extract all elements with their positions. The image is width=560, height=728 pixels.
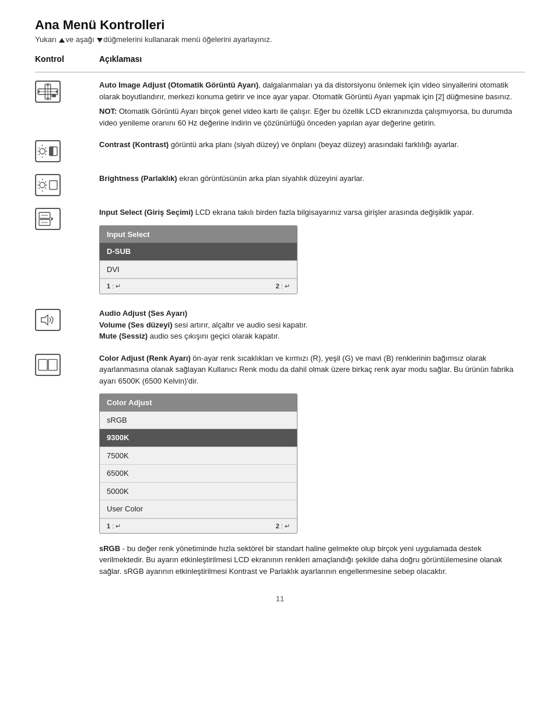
row-brightness: Brightness (Parlaklık) ekran görüntüsünü… [35, 173, 525, 196]
auto-image-svg [37, 83, 59, 100]
footer-btn-1: 1 : ↵ [107, 281, 121, 291]
auto-image-icon [35, 81, 61, 103]
row-audio-adjust: Audio Adjust (Ses Ayarı) Volume (Ses düz… [35, 308, 525, 342]
svg-rect-19 [50, 147, 54, 156]
color-adjust-menu-title: Color Adjust [100, 394, 297, 412]
down-arrow-icon [97, 38, 103, 43]
control-icon-cell-contrast [35, 139, 99, 162]
color-item-srgb: sRGB [100, 412, 297, 430]
brightness-svg [37, 176, 59, 194]
header-description: Açıklaması [99, 54, 525, 64]
svg-rect-37 [48, 359, 57, 370]
desc-color-adjust: Color Adjust (Renk Ayarı) ön-ayar renk s… [99, 353, 525, 577]
color-svg [37, 356, 59, 374]
audio-icon [35, 309, 61, 331]
color-footer-btn-2: 2 : ↵ [276, 521, 290, 531]
svg-marker-34 [51, 217, 54, 221]
page-subtitle: Yukarı ve aşağı düğmelerini kullanarak m… [35, 35, 525, 44]
svg-line-25 [38, 181, 40, 182]
svg-point-20 [40, 182, 45, 187]
input-select-item-dvi: DVI [100, 261, 297, 279]
svg-line-15 [45, 154, 46, 155]
control-icon-cell-brightness [35, 173, 99, 196]
header-control: Kontrol [35, 54, 99, 64]
svg-line-28 [45, 181, 46, 182]
contrast-icon [35, 140, 61, 162]
desc-contrast: Contrast (Kontrast) görüntü arka planı (… [99, 139, 525, 151]
svg-line-26 [45, 188, 46, 189]
color-item-9300k: 9300K [100, 429, 297, 447]
svg-rect-36 [38, 359, 47, 370]
input-select-footer: 1 : ↵ 2 : ↵ [100, 278, 297, 294]
desc-brightness: Brightness (Parlaklık) ekran görüntüsünü… [99, 173, 525, 184]
control-icon-cell-audio [35, 308, 99, 331]
audio-svg [37, 311, 59, 329]
up-arrow-icon [59, 38, 65, 43]
color-item-user-color: User Color [100, 500, 297, 518]
desc-audio: Audio Adjust (Ses Ayarı) Volume (Ses düz… [99, 308, 525, 342]
page-title: Ana Menü Kontrolleri [35, 18, 525, 33]
color-icon [35, 354, 61, 376]
table-header: Kontrol Açıklaması [35, 54, 525, 64]
row-contrast: Contrast (Kontrast) görüntü arka planı (… [35, 139, 525, 162]
input-select-svg [37, 210, 59, 228]
color-item-6500k: 6500K [100, 465, 297, 483]
svg-line-27 [38, 188, 40, 189]
row-color-adjust: Color Adjust (Renk Ayarı) ön-ayar renk s… [35, 353, 525, 577]
brightness-icon [35, 174, 61, 196]
input-select-icon [35, 208, 61, 230]
svg-line-16 [38, 154, 40, 155]
contrast-svg [37, 142, 59, 160]
color-footer: 1 : ↵ 2 : ↵ [100, 518, 297, 534]
input-select-menu: Input Select D-SUB DVI 1 : ↵ 2 : ↵ [99, 225, 298, 294]
desc-input-select: Input Select (Giriş Seçimi) LCD ekrana t… [99, 207, 525, 297]
row-auto-image: Auto Image Adjust (Otomatik Görüntü Ayar… [35, 79, 525, 128]
input-select-item-dsub: D-SUB [100, 243, 297, 261]
control-icon-cell-auto-image [35, 79, 99, 103]
footer-btn-2: 2 : ↵ [276, 281, 290, 291]
color-adjust-menu: Color Adjust sRGB 9300K 7500K 6500K 5000… [99, 393, 298, 534]
svg-line-14 [38, 147, 40, 148]
color-footer-btn-1: 1 : ↵ [107, 521, 121, 531]
svg-rect-29 [50, 181, 57, 190]
control-icon-cell-color [35, 353, 99, 376]
svg-marker-35 [41, 315, 48, 325]
color-item-7500k: 7500K [100, 447, 297, 465]
color-item-5000k: 5000K [100, 483, 297, 501]
row-input-select: Input Select (Giriş Seçimi) LCD ekrana t… [35, 207, 525, 297]
header-divider [35, 72, 525, 72]
desc-auto-image: Auto Image Adjust (Otomatik Görüntü Ayar… [99, 79, 525, 128]
svg-rect-8 [52, 94, 57, 97]
page-number: 11 [35, 594, 525, 603]
control-icon-cell-input-select [35, 207, 99, 230]
svg-point-9 [40, 148, 45, 154]
input-select-menu-title: Input Select [100, 226, 297, 243]
svg-line-17 [45, 147, 46, 148]
